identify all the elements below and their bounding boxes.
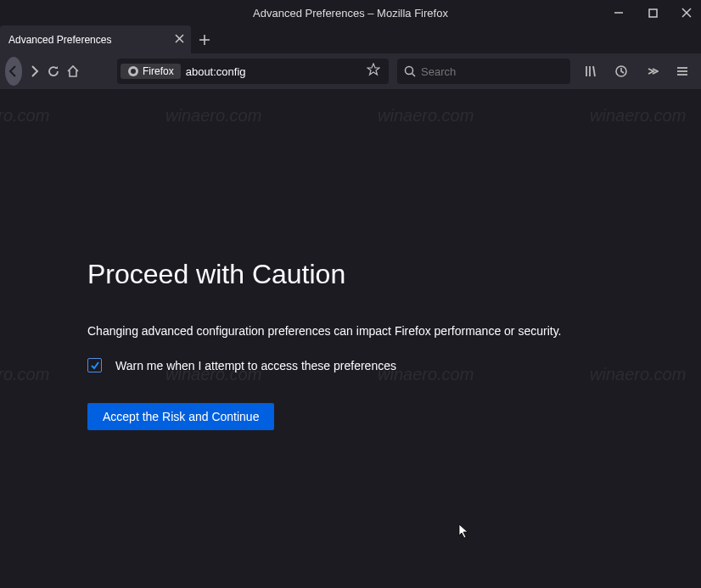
menu-button[interactable] — [669, 58, 696, 85]
close-button[interactable] — [679, 5, 694, 20]
identity-label: Firefox — [143, 65, 174, 77]
watermark: winaero.com — [165, 106, 261, 126]
overflow-button[interactable] — [638, 58, 665, 85]
window-titlebar: Advanced Preferences – Mozilla Firefox — [0, 0, 701, 25]
mouse-cursor-icon — [458, 524, 470, 542]
watermark: winaero.com — [0, 365, 49, 384]
svg-point-10 — [406, 67, 413, 75]
search-bar[interactable] — [397, 59, 570, 84]
firefox-icon — [127, 65, 139, 77]
warn-checkbox-label[interactable]: Warn me when I attempt to access these p… — [115, 359, 396, 372]
watermark: winaero.com — [378, 106, 474, 126]
navigation-toolbar: Firefox — [0, 53, 701, 89]
url-input[interactable] — [186, 65, 362, 78]
url-bar[interactable]: Firefox — [117, 59, 389, 84]
warn-checkbox[interactable] — [87, 358, 102, 372]
watermark: winaero.com — [590, 106, 686, 126]
tab-bar: Advanced Preferences — [0, 25, 701, 53]
svg-point-9 — [131, 69, 136, 74]
minimize-button[interactable] — [611, 5, 626, 20]
search-input[interactable] — [421, 65, 564, 78]
search-icon — [404, 65, 416, 77]
identity-box[interactable]: Firefox — [121, 64, 181, 79]
watermark: winaero.com — [0, 106, 49, 126]
svg-line-14 — [593, 66, 595, 76]
page-title: Proceed with Caution — [87, 259, 701, 290]
tab-label: Advanced Preferences — [8, 34, 111, 46]
window-controls — [611, 0, 694, 25]
history-button[interactable] — [608, 58, 635, 85]
warn-checkbox-row: Warn me when I attempt to access these p… — [87, 358, 701, 372]
page-description: Changing advanced configuration preferen… — [87, 324, 701, 338]
home-button[interactable] — [65, 58, 81, 85]
library-button[interactable] — [577, 58, 604, 85]
new-tab-button[interactable] — [191, 25, 218, 53]
page-content: Proceed with Caution Changing advanced c… — [0, 89, 701, 588]
svg-rect-1 — [649, 9, 657, 17]
svg-line-11 — [412, 74, 416, 77]
reload-button[interactable] — [46, 58, 62, 85]
maximize-button[interactable] — [645, 5, 660, 20]
accept-risk-button[interactable]: Accept the Risk and Continue — [87, 403, 274, 430]
forward-button[interactable] — [25, 58, 42, 85]
bookmark-star-icon[interactable] — [362, 63, 385, 80]
tab-close-icon[interactable] — [175, 34, 184, 46]
back-button[interactable] — [5, 57, 22, 86]
tab-advanced-preferences[interactable]: Advanced Preferences — [0, 25, 191, 53]
window-title: Advanced Preferences – Mozilla Firefox — [253, 7, 448, 20]
